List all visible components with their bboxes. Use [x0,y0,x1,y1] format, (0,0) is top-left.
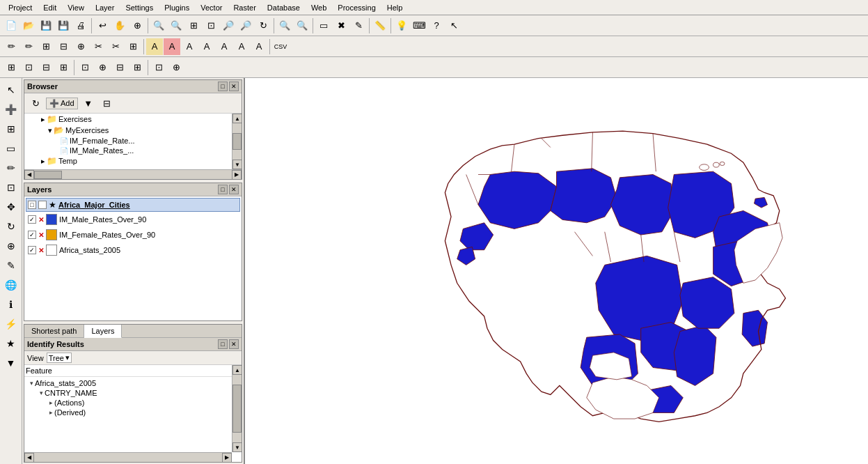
tree-item-temp[interactable]: ▸ 📁 Temp [24,155,242,167]
cursor-button[interactable]: ↖ [445,17,462,34]
extra1[interactable]: ⊞ [3,59,19,76]
sidebar-icon-edit[interactable]: ✏ [2,159,20,177]
digitize6[interactable]: ✂ [90,38,106,55]
hscroll-track[interactable] [34,171,232,179]
zoom-full-button[interactable]: ⊡ [203,17,219,34]
layer-item-male-rates[interactable]: ✓ ✕ IM_Male_Rates_Over_90 [26,212,240,227]
layer-item-female-rates[interactable]: ✓ ✕ IM_Female_Rates_Over_90 [26,227,240,242]
extra5[interactable]: ⊡ [77,59,93,76]
sidebar-icon-scale[interactable]: ⊕ [2,237,20,255]
layer-vis-cities[interactable] [38,201,47,209]
menu-edit[interactable]: Edit [38,2,62,13]
identify-vscroll[interactable]: ▲ ▼ [232,365,242,452]
open-project-button[interactable]: 📂 [20,17,37,34]
browser-close-btn[interactable]: ✕ [229,82,239,91]
deselect-button[interactable]: ✖ [333,17,349,34]
id-item-derived[interactable]: ▸ (Derived) [26,408,240,417]
label3[interactable]: A [181,38,198,55]
identify-float-btn[interactable]: □ [218,339,228,349]
save-as-button[interactable]: 💾 [55,17,72,34]
id-vscroll-thumb[interactable] [232,385,242,433]
digitize7[interactable]: ✂ [107,38,124,55]
sidebar-icon-digitize[interactable]: ✎ [2,256,20,274]
label6[interactable]: A [233,38,250,55]
id-item-cntry-name[interactable]: ▾ CNTRY_NAME [26,388,240,398]
sidebar-icon-move[interactable]: ✥ [2,198,20,216]
label5[interactable]: A [216,38,232,55]
id-item-africa-stats[interactable]: ▾ Africa_stats_2005 [26,378,240,388]
browser-hscroll[interactable]: ◀ ▶ [24,169,242,179]
sidebar-icon-rotate[interactable]: ↻ [2,217,20,235]
id-item-actions[interactable]: ▸ (Actions) [26,398,240,408]
id-hscroll-right[interactable]: ▶ [222,453,232,463]
extra9[interactable]: ⊡ [150,59,167,76]
tree-item-myexercises[interactable]: ▾ 📂 MyExercises [24,125,242,136]
sidebar-icon-pointer[interactable]: ↖ [2,81,20,99]
identify-hscroll[interactable]: ◀ ▶ [24,452,232,462]
layer-item-africa-stats[interactable]: ✓ ✕ Africa_stats_2005 [26,242,240,258]
menu-project[interactable]: Project [3,2,38,13]
zoom-selection-button[interactable]: 🔎 [237,17,254,34]
extra6[interactable]: ⊕ [94,59,111,76]
menu-raster[interactable]: Raster [228,2,261,13]
extra3[interactable]: ⊟ [38,59,54,76]
id-hscroll-left[interactable]: ◀ [24,453,34,463]
id-vscroll-up[interactable]: ▲ [232,365,242,375]
label7[interactable]: A [251,38,267,55]
menu-settings[interactable]: Settings [120,2,159,13]
browser-vscroll[interactable]: ▲ ▼ [232,114,242,169]
undo-button[interactable]: ↩ [94,17,111,34]
identify2-button[interactable]: 🔍 [294,17,310,34]
refresh-button[interactable]: ↻ [255,17,271,34]
zoom-out-button[interactable]: 🔍 [168,17,184,34]
identify-close-btn[interactable]: ✕ [229,339,239,349]
save-project-button[interactable]: 💾 [38,17,54,34]
menu-vector[interactable]: Vector [195,2,228,13]
hscroll-right-btn[interactable]: ▶ [232,170,242,180]
digitize4[interactable]: ⊟ [55,38,72,55]
browser-add-btn[interactable]: ➕ Add [46,98,78,109]
menu-processing[interactable]: Processing [332,2,381,13]
layer-check-female[interactable]: ✓ [28,231,36,239]
extra4[interactable]: ⊞ [55,59,72,76]
digitize3[interactable]: ⊞ [38,38,54,55]
vscroll-down-btn[interactable]: ▼ [232,160,242,169]
sidebar-icon-bookmark[interactable]: ★ [2,334,20,353]
sidebar-icon-plus[interactable]: ➕ [2,100,20,118]
zoom-in-button[interactable]: 🔍 [150,17,167,34]
zoom-pan-button[interactable]: ⊞ [185,17,202,34]
tips-button[interactable]: 💡 [393,17,410,34]
menu-plugins[interactable]: Plugins [159,2,195,13]
extra2[interactable]: ⊡ [20,59,37,76]
tree-item-imfemale[interactable]: 📄 IM_Female_Rate... [24,136,242,146]
csv-button[interactable]: CSV [272,38,289,55]
label1[interactable]: A [146,38,163,55]
sidebar-icon-globe[interactable]: 🌐 [2,276,20,294]
sidebar-icon-info[interactable]: ℹ [2,295,20,314]
layer-check-cities[interactable]: □ [28,201,36,209]
tab-shortest-path[interactable]: Shortest path [24,325,84,337]
browser-refresh-btn[interactable]: ↻ [27,95,44,111]
digitize2[interactable]: ✏ [20,38,37,55]
map-area[interactable] [245,78,868,464]
zoom-layer-button[interactable]: 🔎 [220,17,237,34]
browser-float-btn[interactable]: □ [218,82,228,91]
view-select[interactable]: Tree ▾ [47,353,72,363]
vscroll-up-btn[interactable]: ▲ [232,114,242,123]
layer-check-male[interactable]: ✓ [28,215,36,224]
tree-item-exercises[interactable]: ▸ 📁 Exercises [24,114,242,125]
sidebar-icon-expand[interactable]: ▼ [2,354,20,372]
label4[interactable]: A [198,38,215,55]
hscroll-thumb[interactable] [34,171,62,179]
id-vscroll-down[interactable]: ▼ [232,442,242,452]
browser-filter-btn[interactable]: ▼ [80,95,97,111]
sidebar-icon-select[interactable]: ▭ [2,139,20,157]
layers-close-btn[interactable]: ✕ [229,185,239,194]
layers-float-btn[interactable]: □ [218,185,228,194]
menu-layer[interactable]: Layer [90,2,120,13]
select-rectangle-button[interactable]: ▭ [315,17,332,34]
help-button[interactable]: ? [428,17,445,34]
print-button[interactable]: 🖨 [72,17,89,34]
pan-button[interactable]: ✋ [111,17,128,34]
menu-database[interactable]: Database [262,2,306,13]
